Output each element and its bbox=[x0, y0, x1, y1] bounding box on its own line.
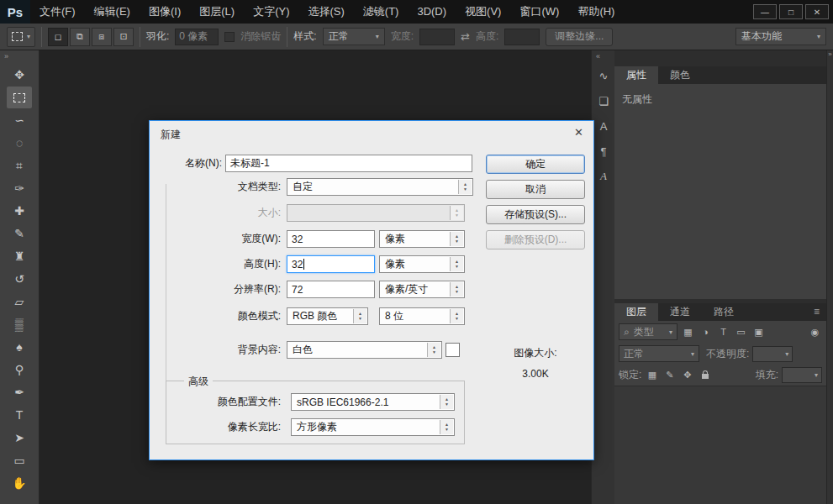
menu-view[interactable]: 视图(V) bbox=[456, 0, 510, 24]
tab-properties[interactable]: 属性 bbox=[614, 66, 658, 84]
resolution-input[interactable]: 72 bbox=[287, 281, 375, 298]
style-select[interactable]: 正常 ▾ bbox=[323, 28, 385, 45]
menu-image[interactable]: 图像(I) bbox=[140, 0, 190, 24]
save-preset-button[interactable]: 存储预设(S)... bbox=[486, 205, 585, 224]
gradient-tool[interactable]: ▒ bbox=[7, 313, 32, 335]
move-tool[interactable]: ✥ bbox=[7, 64, 32, 86]
eraser-tool[interactable]: ▱ bbox=[7, 291, 32, 312]
height-input[interactable] bbox=[504, 29, 540, 45]
antialias-checkbox[interactable] bbox=[224, 32, 235, 42]
menu-filter[interactable]: 滤镜(T) bbox=[354, 0, 409, 24]
color-profile-select[interactable]: sRGB IEC61966-2.1 ▲▼ bbox=[291, 393, 455, 411]
menu-type[interactable]: 文字(Y) bbox=[244, 0, 298, 24]
expand-strip-chevron-icon[interactable]: » bbox=[828, 50, 831, 58]
collapse-tools-chevron-icon[interactable]: » bbox=[0, 50, 39, 63]
refine-edge-button[interactable]: 调整边缘... bbox=[546, 28, 613, 46]
width-unit-select[interactable]: 像素 ▲▼ bbox=[379, 230, 465, 248]
tab-color[interactable]: 颜色 bbox=[658, 66, 702, 84]
crop-tool[interactable]: ⌗ bbox=[7, 155, 32, 176]
name-input[interactable]: 未标题-1 bbox=[225, 155, 472, 172]
background-select[interactable]: 白色 ▲▼ bbox=[287, 341, 442, 359]
character-styles-panel-icon[interactable]: A bbox=[592, 164, 615, 189]
layer-filter-row: ⌕ 类型 ▾ ▦ ◑ T ▭ ▣ ◉ bbox=[614, 321, 826, 343]
menu-select[interactable]: 选择(S) bbox=[298, 0, 353, 24]
lock-pixels-icon[interactable]: ✎ bbox=[662, 368, 677, 382]
resolution-unit-select[interactable]: 像素/英寸 ▲▼ bbox=[379, 281, 465, 298]
filter-toggle-icon[interactable]: ◉ bbox=[808, 325, 822, 339]
rectangular-marquee-tool[interactable] bbox=[7, 87, 32, 108]
subtract-from-selection-button[interactable]: ⧈ bbox=[92, 28, 112, 46]
bit-depth-select[interactable]: 8 位 ▲▼ bbox=[379, 307, 465, 325]
panel-menu-icon[interactable]: ≡ bbox=[807, 303, 826, 321]
height-unit-select[interactable]: 像素 ▲▼ bbox=[379, 255, 465, 273]
add-to-selection-button[interactable]: ⧉ bbox=[70, 28, 90, 46]
menu-help[interactable]: 帮助(H) bbox=[568, 0, 624, 24]
spot-healing-brush-tool[interactable]: ✚ bbox=[7, 200, 32, 222]
new-selection-button[interactable]: □ bbox=[48, 28, 68, 46]
character-panel-icon[interactable]: A bbox=[592, 113, 615, 139]
width-input[interactable]: 32 bbox=[287, 230, 375, 248]
width-input[interactable] bbox=[419, 29, 455, 45]
background-color-swatch[interactable] bbox=[445, 343, 460, 357]
dialog-close-icon[interactable]: ✕ bbox=[574, 126, 583, 139]
layers-list[interactable] bbox=[614, 386, 826, 504]
menu-layer[interactable]: 图层(L) bbox=[190, 0, 244, 24]
pen-tool[interactable]: ✒ bbox=[7, 381, 32, 403]
lasso-tool[interactable]: ∽ bbox=[7, 109, 32, 131]
tab-paths[interactable]: 路径 bbox=[702, 303, 746, 321]
filter-shape-layers-icon[interactable]: ▭ bbox=[734, 325, 748, 339]
paragraph-panel-icon[interactable]: ¶ bbox=[592, 139, 615, 164]
pixel-aspect-select[interactable]: 方形像素 ▲▼ bbox=[291, 418, 455, 436]
menu-file[interactable]: 文件(F) bbox=[30, 0, 85, 24]
height-value: 32 bbox=[292, 259, 303, 270]
swap-width-height-icon[interactable]: ⇄ bbox=[461, 30, 470, 43]
maximize-button[interactable]: □ bbox=[779, 4, 803, 19]
intersect-selection-button[interactable]: ⊡ bbox=[113, 28, 134, 46]
marquee-preset-icon bbox=[12, 32, 23, 41]
color-mode-select[interactable]: RGB 颜色 ▲▼ bbox=[287, 307, 368, 325]
workspace-select[interactable]: 基本功能 ▾ bbox=[735, 28, 826, 45]
path-selection-tool[interactable]: ➤ bbox=[7, 427, 32, 449]
caret-down-icon: ▼ bbox=[445, 402, 449, 407]
menu-window[interactable]: 窗口(W) bbox=[510, 0, 568, 24]
hand-tool[interactable]: ✋ bbox=[7, 472, 32, 494]
lock-all-icon[interactable] bbox=[698, 368, 712, 382]
minimize-button[interactable]: — bbox=[753, 4, 777, 19]
brush-tool[interactable]: ✎ bbox=[7, 223, 32, 244]
histogram-panel-icon[interactable]: ∿ bbox=[592, 63, 615, 88]
tool-preset-picker[interactable]: ▾ bbox=[7, 27, 35, 47]
layer-filter-select[interactable]: ⌕ 类型 ▾ bbox=[619, 323, 677, 340]
height-input[interactable]: 32 bbox=[287, 255, 375, 273]
fill-input[interactable]: ▾ bbox=[782, 367, 822, 383]
history-brush-tool[interactable]: ↺ bbox=[7, 268, 32, 290]
tab-layers[interactable]: 图层 bbox=[614, 303, 658, 321]
cancel-button[interactable]: 取消 bbox=[486, 180, 585, 199]
dodge-tool[interactable]: ⚲ bbox=[7, 359, 32, 381]
caret-down-icon: ▼ bbox=[358, 317, 362, 321]
eyedropper-tool[interactable]: ✑ bbox=[7, 177, 32, 199]
menu-3d[interactable]: 3D(D) bbox=[408, 0, 456, 24]
quick-selection-tool[interactable]: ◌ bbox=[7, 132, 32, 154]
clone-stamp-tool[interactable]: ♜ bbox=[7, 245, 32, 267]
3d-panel-icon[interactable]: ❏ bbox=[592, 88, 615, 113]
caret-down-icon: ▼ bbox=[455, 239, 459, 244]
close-window-button[interactable]: ✕ bbox=[805, 4, 829, 19]
filter-smart-objects-icon[interactable]: ▣ bbox=[751, 325, 766, 339]
tab-channels[interactable]: 通道 bbox=[658, 303, 702, 321]
feather-input[interactable]: 0 像素 bbox=[175, 29, 219, 45]
menu-edit[interactable]: 编辑(E) bbox=[85, 0, 140, 24]
document-type-select[interactable]: 自定 ▲▼ bbox=[287, 178, 473, 196]
rectangle-tool[interactable]: ▭ bbox=[7, 449, 32, 471]
type-tool[interactable]: T bbox=[7, 404, 32, 426]
blur-tool[interactable]: ♠ bbox=[7, 336, 32, 358]
filter-adjustment-layers-icon[interactable]: ◑ bbox=[699, 325, 713, 339]
window-controls: — □ ✕ bbox=[753, 4, 833, 19]
opacity-input[interactable]: ▾ bbox=[752, 346, 793, 362]
filter-type-layers-icon[interactable]: T bbox=[716, 325, 730, 339]
lock-position-icon[interactable]: ✥ bbox=[680, 368, 694, 382]
filter-pixel-layers-icon[interactable]: ▦ bbox=[681, 325, 695, 339]
lock-transparency-icon[interactable]: ▦ bbox=[645, 368, 659, 382]
ok-button[interactable]: 确定 bbox=[486, 155, 585, 174]
expand-dock-chevron-icon[interactable]: « bbox=[592, 50, 614, 63]
blend-mode-select[interactable]: 正常 ▾ bbox=[619, 345, 699, 362]
